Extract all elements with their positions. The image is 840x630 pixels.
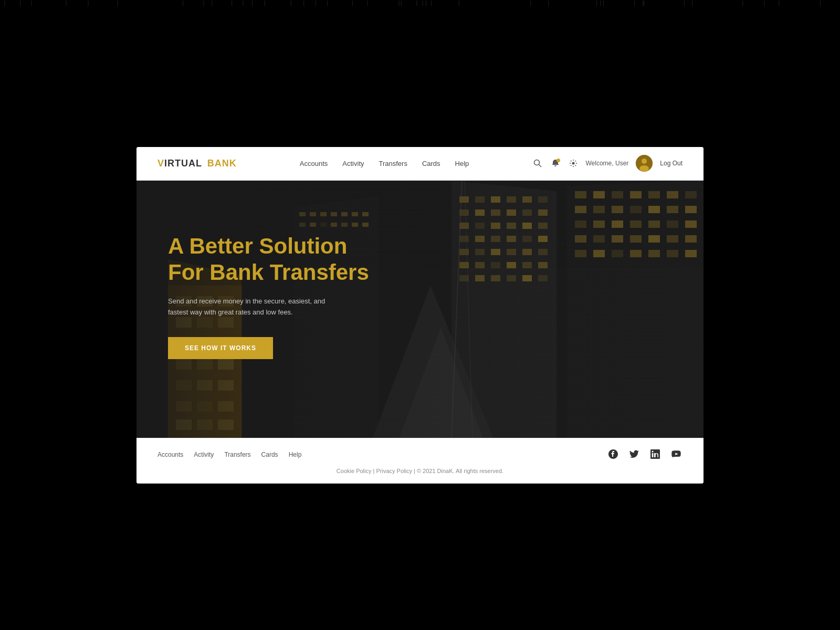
footer-link-accounts[interactable]: Accounts: [158, 451, 183, 458]
footer-link-help[interactable]: Help: [289, 451, 302, 458]
linkedin-icon[interactable]: [649, 448, 662, 460]
footer-link-cards[interactable]: Cards: [261, 451, 278, 458]
svg-point-2: [572, 162, 574, 165]
welcome-text: Welcome, User: [586, 160, 629, 167]
facebook-icon[interactable]: [607, 448, 620, 460]
footer-link-transfers[interactable]: Transfers: [224, 451, 250, 458]
nav-help[interactable]: Help: [455, 160, 469, 167]
brand-logo[interactable]: VIRTUAL BANK: [158, 158, 237, 169]
svg-line-1: [539, 165, 541, 167]
notification-dot: [556, 159, 560, 162]
brand-irtual: IRTUAL: [164, 158, 202, 169]
nav-transfers[interactable]: Transfers: [379, 160, 407, 167]
svg-point-4: [642, 159, 647, 164]
hero-content: A Better Solution For Bank Transfers Sen…: [136, 181, 410, 412]
brand-bank: BANK: [207, 158, 237, 169]
hero-title: A Better Solution For Bank Transfers: [168, 233, 378, 286]
nav-activity[interactable]: Activity: [342, 160, 364, 167]
user-avatar[interactable]: [636, 155, 653, 172]
logout-button[interactable]: Log Out: [660, 160, 682, 167]
nav-links: Accounts Activity Transfers Cards Help: [300, 159, 469, 168]
footer-top: Accounts Activity Transfers Cards Help: [158, 448, 682, 460]
youtube-icon[interactable]: [670, 448, 682, 460]
brand-v: V: [158, 158, 164, 169]
twitter-icon[interactable]: [628, 448, 640, 460]
footer-social: [607, 448, 682, 460]
hero-description: Send and receive money in the secure, ea…: [168, 296, 346, 318]
see-how-it-works-button[interactable]: SEE HOW IT WORKS: [168, 337, 273, 359]
footer-nav-links: Accounts Activity Transfers Cards Help: [158, 449, 301, 459]
footer-link-activity[interactable]: Activity: [194, 451, 214, 458]
footer-copyright: Cookie Policy | Privacy Policy | © 2021 …: [158, 468, 682, 474]
search-icon[interactable]: [532, 158, 543, 169]
footer: Accounts Activity Transfers Cards Help: [136, 438, 704, 484]
svg-point-0: [534, 160, 539, 165]
nav-accounts[interactable]: Accounts: [300, 160, 328, 167]
nav-right: Welcome, User Log Out: [532, 155, 683, 172]
hero-section: A Better Solution For Bank Transfers Sen…: [136, 181, 704, 438]
settings-icon[interactable]: [568, 158, 579, 169]
navbar: VIRTUAL BANK Accounts Activity Transfers…: [136, 147, 704, 181]
main-card: VIRTUAL BANK Accounts Activity Transfers…: [136, 147, 704, 484]
nav-cards[interactable]: Cards: [422, 160, 440, 167]
notification-icon[interactable]: [550, 158, 561, 169]
svg-point-5: [639, 165, 649, 172]
